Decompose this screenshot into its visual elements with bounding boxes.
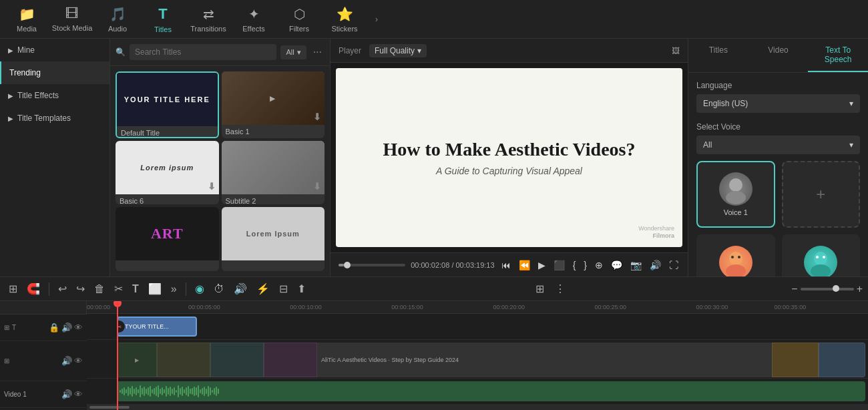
more-button[interactable]: » [168,282,180,296]
tool-audio[interactable]: 🎵 Audio [96,2,139,37]
preview-image-icon[interactable]: 🖼 [672,46,680,55]
step-back-button[interactable]: ⏪ [517,258,531,272]
search-input[interactable] [130,44,276,60]
title-card-basic6[interactable]: Lorem ipsum ⬇ Basic 6 [116,141,219,205]
audio-add-button[interactable]: 🔊 [230,281,250,296]
track-hide-icon[interactable]: 👁 [74,323,83,333]
sidebar-item-mine[interactable]: ▶ Mine [0,39,110,61]
voice-card-voice1[interactable]: Voice 1 [696,161,775,228]
titles-more-button[interactable]: ··· [310,46,324,58]
jenny-avatar [719,246,752,276]
rewind-button[interactable]: ⏮ [500,258,512,272]
add-marker-button[interactable]: ⊕ [594,258,604,272]
screenshot-button[interactable]: 📷 [629,258,643,272]
redo-button[interactable]: ↪ [73,281,88,296]
zoom-out-button[interactable]: − [791,283,797,295]
video1-hide-icon[interactable]: 👁 [74,389,83,399]
ruler-mark-25: 00:00:25:00 [595,304,627,311]
track-row-2: ✂ T YOUR TITLE... [87,314,868,340]
export-clip-button[interactable]: ⬆ [294,281,309,296]
video-clip[interactable]: ▶ AliTic A Aesthetic Videos · Step by St… [117,343,865,377]
tool-filters-label: Filters [289,25,309,33]
crop-button[interactable]: ⬜ [145,281,165,296]
tab-video[interactable]: Video [748,39,809,72]
voice-card-jenny[interactable]: Jenny [696,234,775,276]
video1-mute-icon[interactable]: 🔊 [61,389,72,399]
sidebar-item-trending[interactable]: Trending [0,61,110,84]
sidebar-item-title-templates[interactable]: ▶ Title Templates [0,107,110,130]
tool-titles[interactable]: T Titles [142,2,184,37]
play-button[interactable]: ▶ [537,258,547,272]
snap-tool[interactable]: ⊞ [5,281,21,296]
title-card-lorem[interactable]: Lorem Ipsum [222,207,325,271]
tool-media-label: Media [17,25,37,33]
undo-button[interactable]: ↩ [55,281,70,296]
text-button[interactable]: T [129,282,142,296]
track-mute-icon[interactable]: 🔊 [61,323,72,333]
sidebar-title-effects-label: Title Effects [17,91,59,100]
language-dropdown[interactable]: English (US) ▾ [696,94,860,113]
preview-subtitle: A Guide to Capturing Visual Appeal [436,166,582,176]
tab-titles[interactable]: Titles [688,39,748,72]
filter-dropdown[interactable]: All ▾ [280,45,306,59]
svg-point-0 [729,178,742,192]
grid-layout-button[interactable]: ⊞ [532,281,548,296]
wave-bar [202,388,203,395]
title-card-art[interactable]: ART [116,207,219,271]
speed-button[interactable]: ⏱ [210,282,228,296]
title-card-subtitle2[interactable]: ⬇ Subtitle 2 [222,141,325,205]
time-scrubber[interactable] [339,264,405,266]
tool-transitions[interactable]: ⇄ Transitions [187,2,230,37]
sidebar-item-title-effects[interactable]: ▶ Title Effects [0,84,110,107]
zoom-in-button[interactable]: + [857,283,863,295]
voice-card-jason[interactable]: Jason [782,234,861,276]
magnetic-tool[interactable]: 🧲 [23,281,43,296]
preview-logo: Wondershare Filmora [638,225,674,239]
tool-filters[interactable]: ⬡ Filters [278,2,320,37]
title-card-basic1[interactable]: ▶ ⬇ Basic 1 [222,71,325,138]
wave-bar [178,385,179,397]
subtitle-button[interactable]: 💬 [610,258,624,272]
more-options-button[interactable]: ⋮ [552,281,569,296]
download-icon-2: ⬇ [208,181,216,192]
audio-clip[interactable] [117,381,865,401]
tool-stock[interactable]: 🎞 Stock Media [51,2,93,37]
tool-media[interactable]: 📁 Media [5,2,48,37]
wave-bar [172,389,173,394]
quality-select[interactable]: Full Quality ▾ [369,44,427,57]
split-button[interactable]: ⚡ [253,281,273,296]
cut-button[interactable]: ✂ [111,281,126,296]
tool-stickers[interactable]: ⭐ Stickers [323,2,366,37]
wave-bar [148,387,149,395]
preview-top-bar: Player Full Quality ▾ 🖼 [331,39,688,63]
track-type-icon: T [12,324,16,331]
track-lock-icon[interactable]: 🔒 [49,323,59,333]
time-playhead [344,262,351,268]
zoom-slider[interactable] [801,288,854,290]
color-button[interactable]: ◉ [192,281,208,296]
title-clip[interactable]: ✂ T YOUR TITLE... [117,317,197,337]
stop-button[interactable]: ⬛ [552,258,566,272]
tab-text-to-speech[interactable]: Text To Speech [808,39,868,72]
stickers-icon: ⭐ [337,6,353,22]
voice-filter-dropdown[interactable]: All ▾ [696,136,860,154]
track1-hide-icon[interactable]: 👁 [74,356,83,366]
tool-effects[interactable]: ✦ Effects [232,2,275,37]
mark-in-button[interactable]: { [572,258,578,272]
svg-point-5 [738,256,740,258]
add-voice-button[interactable]: + [782,161,861,228]
title-card-default[interactable]: YOUR TITLE HERE Default Title [116,71,219,138]
fullscreen-button[interactable]: ⛶ [668,258,680,272]
audio-button[interactable]: 🔊 [648,258,662,272]
mark-out-button[interactable]: } [582,258,588,272]
basic6-preview-text: Lorem ipsum [140,164,194,172]
toolbar-expand-button[interactable]: › [369,11,385,27]
group-button[interactable]: ⊟ [276,281,291,296]
timeline-scrollbar[interactable] [87,405,868,410]
voice-grid-2: Jenny Jason [696,234,860,276]
track1-mute-icon[interactable]: 🔊 [61,356,72,366]
delete-button[interactable]: 🗑 [91,282,108,296]
wave-bar [136,387,137,395]
wave-bar [146,389,147,394]
svg-point-1 [726,191,746,204]
